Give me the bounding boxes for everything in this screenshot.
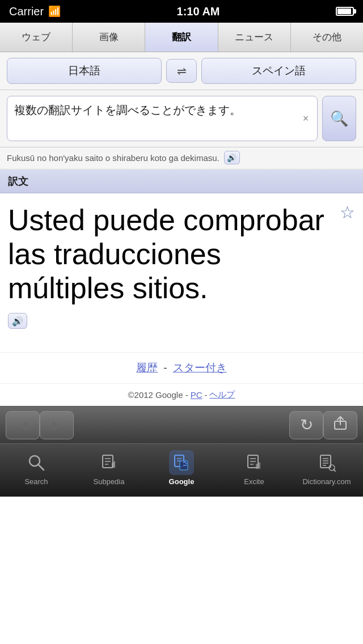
bottom-tab-bar: Search Subpedia Google: [0, 443, 363, 497]
battery-icon: [336, 7, 354, 16]
browser-toolbar: ◀ ▶ ↻: [0, 406, 363, 443]
translation-section-header: 訳文: [0, 170, 363, 193]
google-tab-label: Google: [169, 477, 195, 486]
history-link[interactable]: 履歴: [136, 361, 158, 375]
bottom-tab-google[interactable]: Google: [145, 444, 218, 497]
footer-pc-link[interactable]: PC: [191, 390, 202, 400]
wifi-icon: 📶: [48, 5, 61, 18]
sound-icon-result: 🔊: [12, 316, 23, 327]
svg-line-22: [334, 469, 335, 471]
status-left: Carrier 📶: [9, 5, 61, 18]
search-tab-icon: [24, 450, 49, 475]
status-bar: Carrier 📶 1:10 AM: [0, 0, 363, 23]
share-button[interactable]: [323, 411, 357, 439]
swap-icon: ⇌: [177, 64, 187, 78]
subpedia-tab-label: Subpedia: [94, 477, 125, 486]
clear-button[interactable]: ×: [299, 112, 313, 125]
star-button[interactable]: ☆: [340, 202, 355, 222]
excite-tab-label: Excite: [244, 477, 264, 486]
source-sound-button[interactable]: 🔊: [224, 151, 240, 164]
tab-news[interactable]: ニュース: [218, 23, 291, 52]
dictionary-tab-icon: [314, 450, 339, 475]
tab-translate[interactable]: 翻訳: [145, 23, 218, 52]
search-input-wrapper[interactable]: 複数の翻訳サイトを調べることができます。 ×: [7, 96, 318, 141]
share-icon: [332, 416, 348, 435]
bottom-tab-search[interactable]: Search: [0, 444, 73, 497]
dictionary-tab-label: Dictionary.com: [302, 477, 351, 486]
search-go-button[interactable]: 🔍: [322, 96, 356, 141]
status-time: 1:10 AM: [177, 5, 220, 18]
forward-button[interactable]: ▶: [40, 411, 74, 439]
history-separator: -: [163, 362, 167, 374]
back-icon: ◀: [18, 418, 28, 433]
search-input-text: 複数の翻訳サイトを調べることができます。: [14, 102, 297, 118]
subpedia-tab-icon: [96, 450, 121, 475]
history-links: 履歴 - スター付き: [0, 352, 363, 383]
tab-other[interactable]: その他: [291, 23, 363, 52]
translation-result: Usted puede comprobar las traducciones m…: [0, 193, 363, 352]
footer-separator: -: [204, 390, 207, 400]
swap-languages-button[interactable]: ⇌: [166, 59, 197, 83]
result-sound-button[interactable]: 🔊: [8, 313, 27, 329]
reload-button[interactable]: ↻: [289, 411, 323, 439]
romanization-bar: Fukusū no hon'yaku saito o shiraberu kot…: [0, 147, 363, 170]
starred-link[interactable]: スター付き: [173, 361, 227, 375]
footer: ©2012 Google - PC - ヘルプ: [0, 383, 363, 406]
top-tab-bar: ウェブ 画像 翻訳 ニュース その他: [0, 23, 363, 52]
svg-line-2: [38, 464, 44, 470]
tab-web[interactable]: ウェブ: [0, 23, 73, 52]
language-selector: 日本語 ⇌ スペイン語: [0, 52, 363, 90]
tab-images[interactable]: 画像: [73, 23, 145, 52]
excite-tab-icon: [242, 450, 267, 475]
footer-copyright: ©2012 Google -: [128, 390, 188, 400]
bottom-tab-dictionary[interactable]: Dictionary.com: [290, 444, 363, 497]
sound-icon-small: 🔊: [227, 153, 237, 162]
back-button[interactable]: ◀: [6, 411, 40, 439]
target-language-button[interactable]: スペイン語: [201, 58, 356, 84]
google-tab-icon: [169, 450, 194, 475]
carrier-label: Carrier: [9, 5, 44, 18]
forward-icon: ▶: [52, 418, 62, 433]
reload-icon: ↻: [300, 416, 313, 434]
bottom-tab-excite[interactable]: Excite: [218, 444, 290, 497]
status-right: [336, 7, 354, 16]
search-tab-label: Search: [24, 477, 48, 486]
translated-text: Usted puede comprobar las traducciones m…: [8, 204, 355, 305]
search-area: 複数の翻訳サイトを調べることができます。 × 🔍: [0, 90, 363, 147]
source-language-button[interactable]: 日本語: [7, 58, 162, 84]
bottom-tab-subpedia[interactable]: Subpedia: [73, 444, 145, 497]
footer-help-link[interactable]: ヘルプ: [209, 389, 235, 400]
romanization-text: Fukusū no hon'yaku saito o shiraberu kot…: [7, 153, 220, 163]
search-icon: 🔍: [330, 110, 348, 128]
